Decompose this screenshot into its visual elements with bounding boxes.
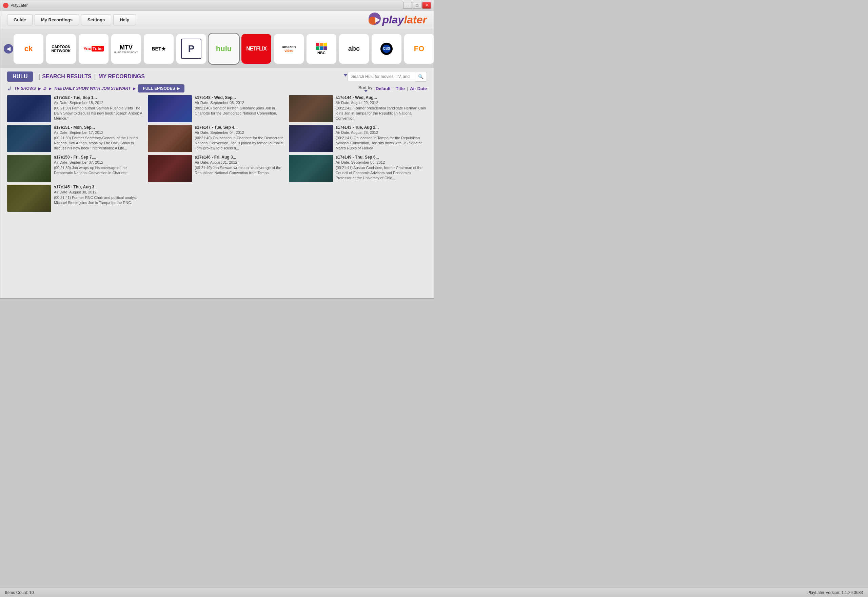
channel-pandora[interactable]: P xyxy=(176,34,207,64)
sortby-label: Sort by: xyxy=(358,85,374,90)
app-window: PlayLater — □ ✕ Guide My Recordings Sett… xyxy=(0,0,434,298)
minimize-button[interactable]: — xyxy=(403,2,412,9)
maximize-button[interactable]: □ xyxy=(412,2,421,9)
play-icon: ▶ xyxy=(177,86,180,91)
episode-title-7: s17e150 - Fri, Sep 7,... xyxy=(54,155,145,160)
episode-title-4: s17e151 - Mon, Sep... xyxy=(54,125,145,130)
arrow-2: ▶ xyxy=(49,86,52,91)
back-button[interactable]: ↲ xyxy=(7,85,12,92)
channel-amazon[interactable]: amazon video xyxy=(274,34,304,64)
sort-default[interactable]: Default xyxy=(376,86,391,91)
episode-title-2: s17e148 - Wed, Sep... xyxy=(195,95,286,100)
episode-card-7[interactable]: s17e150 - Fri, Sep 7,... Air Date: Septe… xyxy=(7,155,145,182)
episode-thumbnail-1 xyxy=(7,95,51,122)
episode-desc-10: (00:21:41) Former RNC Chair and politica… xyxy=(54,195,145,205)
sort-title[interactable]: Title xyxy=(396,86,405,91)
episode-card-10[interactable]: s17e145 - Thu, Aug 3... Air Date: August… xyxy=(7,185,145,212)
my-recordings-link[interactable]: MY RECORDINGS xyxy=(98,74,145,80)
episode-card-3[interactable]: s17e144 - Wed, Aug... Air Date: August 2… xyxy=(289,95,427,122)
help-button[interactable]: Help xyxy=(113,14,135,25)
episode-airdate-5: Air Date: September 04, 2012 xyxy=(195,131,286,135)
episode-thumbnail-10 xyxy=(7,185,51,212)
episode-airdate-10: Air Date: August 30, 2012 xyxy=(54,190,145,194)
search-button[interactable]: 🔍 xyxy=(415,72,427,82)
close-button[interactable]: ✕ xyxy=(422,2,431,9)
episode-info-6: s17e143 - Tue, Aug 2... Air Date: August… xyxy=(336,125,427,151)
episode-title-10: s17e145 - Thu, Aug 3... xyxy=(54,185,145,189)
episode-airdate-9: Air Date: September 06, 2012 xyxy=(336,160,427,164)
episode-info-7: s17e150 - Fri, Sep 7,... Air Date: Septe… xyxy=(54,155,145,175)
titlebar-controls: — □ ✕ xyxy=(403,2,431,9)
app-icon xyxy=(3,3,9,8)
episode-card-6[interactable]: s17e143 - Tue, Aug 2... Air Date: August… xyxy=(289,125,427,152)
episode-card-8[interactable]: s17e146 - Fri, Aug 3... Air Date: August… xyxy=(148,155,286,182)
episode-thumbnail-4 xyxy=(7,125,51,152)
channel-netflix[interactable]: NETFLIX xyxy=(241,34,272,64)
episode-info-9: s17e149 - Thu, Sep 6... Air Date: Septem… xyxy=(336,155,427,181)
episode-info-4: s17e151 - Mon, Sep... Air Date: Septembe… xyxy=(54,125,145,151)
episode-title-1: s17e152 - Tue, Sep 1... xyxy=(54,95,145,100)
subbread-row: ↲ TV SHOWS ▶ D ▶ THE DAILY SHOW WITH JON… xyxy=(7,85,427,92)
episode-info-2: s17e148 - Wed, Sep... Air Date: Septembe… xyxy=(195,95,286,116)
episode-thumbnail-2 xyxy=(148,95,192,122)
episode-title-8: s17e146 - Fri, Aug 3... xyxy=(195,155,286,160)
channel-nbc[interactable]: NBC xyxy=(306,34,337,64)
logo-area: playlater xyxy=(365,11,427,28)
sortby-arrow-icon xyxy=(364,90,368,92)
full-episodes-button[interactable]: FULL EPISODES ▶ xyxy=(138,85,184,92)
arrow-1: ▶ xyxy=(38,86,41,91)
episode-thumbnail-9 xyxy=(289,155,333,182)
episode-card-4[interactable]: s17e151 - Mon, Sep... Air Date: Septembe… xyxy=(7,125,145,152)
search-input[interactable] xyxy=(348,72,415,81)
channel-abc[interactable]: abc xyxy=(339,34,369,64)
episode-airdate-8: Air Date: August 31, 2012 xyxy=(195,160,286,164)
channel-bet[interactable]: BET★ xyxy=(143,34,174,64)
sort-sep-1: | xyxy=(393,86,394,91)
episode-card-1[interactable]: s17e152 - Tue, Sep 1... Air Date: Septem… xyxy=(7,95,145,122)
channel-ck[interactable]: ck xyxy=(13,34,44,64)
episode-airdate-1: Air Date: September 18, 2012 xyxy=(54,101,145,105)
channel-mtv[interactable]: MTV MUSIC TELEVISION™ xyxy=(111,34,141,64)
channel-cartoon-network[interactable]: CARTOON NETWORK xyxy=(46,34,76,64)
episode-card-9[interactable]: s17e149 - Thu, Sep 6... Air Date: Septem… xyxy=(289,155,427,182)
episode-card-5[interactable]: s17e147 - Tue, Sep 4... Air Date: Septem… xyxy=(148,125,286,152)
episode-airdate-7: Air Date: September 07, 2012 xyxy=(54,160,145,164)
navbar: Guide My Recordings Settings Help playla… xyxy=(0,10,434,29)
episode-info-5: s17e147 - Tue, Sep 4... Air Date: Septem… xyxy=(195,125,286,151)
guide-button[interactable]: Guide xyxy=(7,14,33,25)
channel-scroll-left[interactable]: ◀ xyxy=(4,44,13,53)
episode-title-3: s17e144 - Wed, Aug... xyxy=(336,95,427,100)
episode-title-5: s17e147 - Tue, Sep 4... xyxy=(195,125,286,130)
episode-thumbnail-6 xyxy=(289,125,333,152)
episode-info-10: s17e145 - Thu, Aug 3... Air Date: August… xyxy=(54,185,145,205)
channel-youtube[interactable]: YouTube xyxy=(78,34,109,64)
sort-sep-2: | xyxy=(407,86,408,91)
my-recordings-button[interactable]: My Recordings xyxy=(34,14,79,25)
search-icon: 🔍 xyxy=(418,74,424,79)
app-title: PlayLater xyxy=(10,3,28,8)
content-area: HULU | SEARCH RESULTS | MY RECORDINGS 🔍 … xyxy=(0,68,434,298)
d-link[interactable]: D xyxy=(43,86,46,91)
episode-desc-5: (00:21:40) On location in Charlotte for … xyxy=(195,135,286,151)
episode-desc-8: (00:21:40) Jon Stewart wraps up his cove… xyxy=(195,165,286,175)
separator-2: | xyxy=(94,73,96,80)
settings-button[interactable]: Settings xyxy=(81,14,111,25)
search-results-link[interactable]: SEARCH RESULTS xyxy=(42,74,92,80)
episode-card-2[interactable]: s17e148 - Wed, Sep... Air Date: Septembe… xyxy=(148,95,286,122)
titlebar-left: PlayLater xyxy=(3,3,28,8)
tv-shows-link[interactable]: TV SHOWS xyxy=(14,86,36,91)
episode-thumbnail-5 xyxy=(148,125,192,152)
hulu-badge[interactable]: HULU xyxy=(7,71,33,82)
channel-fox[interactable]: FO xyxy=(404,34,434,64)
sort-airdate[interactable]: Air Date xyxy=(410,86,427,91)
episode-airdate-4: Air Date: September 17, 2012 xyxy=(54,131,145,135)
show-link[interactable]: THE DAILY SHOW WITH JON STEWART xyxy=(54,86,131,91)
episode-airdate-6: Air Date: August 28, 2012 xyxy=(336,131,427,135)
titlebar: PlayLater — □ ✕ xyxy=(0,0,434,10)
channel-cbs[interactable]: CBS xyxy=(371,34,402,64)
sortby-area: Sort by: Default | Title | Air Date xyxy=(358,85,427,92)
channel-hulu[interactable]: hulu xyxy=(208,34,239,64)
episode-desc-3: (00:21:42) Former presidential candidate… xyxy=(336,106,427,121)
episode-title-6: s17e143 - Tue, Aug 2... xyxy=(336,125,427,130)
breadcrumb-row: HULU | SEARCH RESULTS | MY RECORDINGS 🔍 xyxy=(7,71,427,82)
